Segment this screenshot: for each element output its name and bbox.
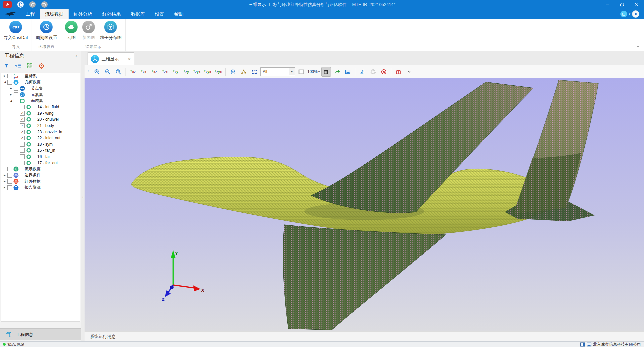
- tree-checkbox[interactable]: [20, 148, 25, 153]
- zoom-window-button[interactable]: [114, 67, 123, 76]
- view-iso-2-button[interactable]: yzyx: [203, 67, 212, 76]
- view-zy-back-button[interactable]: yzy: [182, 67, 191, 76]
- mirror-button[interactable]: [358, 67, 367, 76]
- view-xz-button[interactable]: yxz: [129, 67, 138, 76]
- ribbon-button-clock[interactable]: 周期面设置: [34, 19, 59, 41]
- outline-button[interactable]: [15, 62, 21, 69]
- display-filter-select[interactable]: All▼: [260, 67, 295, 76]
- app-icon[interactable]: [3, 1, 12, 8]
- tree-checkbox[interactable]: [20, 154, 25, 159]
- zoom-in-button[interactable]: [93, 67, 102, 76]
- tree-expander-icon[interactable]: ◢: [3, 81, 7, 84]
- menu-item-2[interactable]: 流场数据: [40, 9, 69, 19]
- tree-item-4[interactable]: ▶元素集: [1, 92, 80, 98]
- tree-item-17[interactable]: ▶边界条件: [1, 172, 80, 179]
- tree-item-3[interactable]: ▶节点集: [1, 85, 80, 92]
- view-iso-3-button[interactable]: yzyx: [214, 67, 223, 76]
- dither-button[interactable]: [297, 67, 306, 76]
- tree-checkbox[interactable]: [20, 105, 25, 109]
- tree-item-7[interactable]: ✓19 - wing: [1, 110, 80, 117]
- tree-item-2[interactable]: ◢几何数据: [1, 79, 80, 86]
- export-view-button[interactable]: [333, 67, 342, 76]
- snapshot-button[interactable]: [343, 67, 352, 76]
- tree-checkbox[interactable]: [14, 86, 18, 91]
- more-options-caret[interactable]: [405, 67, 414, 76]
- combo-arrow-icon[interactable]: ▼: [289, 68, 295, 75]
- theme-caret-icon[interactable]: ▾: [629, 12, 630, 16]
- tree-expander-icon[interactable]: ▶: [9, 93, 13, 96]
- view-xz-back-button[interactable]: yxz: [150, 67, 159, 76]
- menu-item-5[interactable]: 数据库: [126, 9, 150, 19]
- layout-toggle-2-icon[interactable]: [587, 342, 591, 347]
- tree-checkbox[interactable]: [7, 74, 12, 78]
- panel-collapse-button[interactable]: ‹: [76, 53, 77, 58]
- tree-item-13[interactable]: 15 - far_in: [1, 147, 80, 154]
- tree-checkbox[interactable]: [14, 99, 18, 103]
- tree-checkbox[interactable]: ✓: [20, 111, 25, 116]
- panel-bottom-tab[interactable]: 工程信息: [0, 328, 81, 340]
- tree-checkbox[interactable]: ✓: [20, 130, 25, 134]
- maximize-button[interactable]: [615, 0, 629, 9]
- ribbon-collapse-chevron[interactable]: [636, 43, 640, 49]
- tree-expander-icon[interactable]: ▶: [3, 180, 7, 183]
- ribbon-button-cloud[interactable]: 云图: [63, 19, 79, 41]
- tree-expander-icon[interactable]: ◢: [9, 99, 13, 102]
- redo-button[interactable]: [41, 1, 48, 8]
- menu-item-4[interactable]: 红外结果: [97, 9, 126, 19]
- undo-button[interactable]: [29, 1, 36, 8]
- viewport-3d[interactable]: Y X Z: [85, 78, 644, 332]
- close-button[interactable]: [629, 0, 644, 9]
- cancel-button[interactable]: [379, 67, 388, 76]
- tree-checkbox[interactable]: [7, 185, 12, 190]
- tree-checkbox[interactable]: ✓: [20, 123, 25, 128]
- tree-checkbox[interactable]: [7, 80, 12, 85]
- new-doc-button[interactable]: [17, 1, 24, 8]
- theme-button[interactable]: [620, 11, 627, 17]
- tree-item-6[interactable]: 14 - int_fluid: [1, 104, 80, 110]
- tree-item-18[interactable]: ▶红外数据: [1, 178, 80, 185]
- tab-close-icon[interactable]: ✕: [128, 57, 131, 62]
- menu-item-1[interactable]: 工程: [21, 9, 40, 19]
- tree-item-19[interactable]: ▶报告资源: [1, 185, 80, 191]
- view-zy-button[interactable]: yzy: [171, 67, 180, 76]
- tree-item-1[interactable]: ▶YZX坐标系: [1, 73, 80, 79]
- ribbon-button-particles[interactable]: 粒子分布图: [98, 19, 123, 41]
- tree-checkbox[interactable]: [14, 92, 18, 97]
- menu-item-3[interactable]: 红外分析: [69, 9, 97, 19]
- tree-expander-icon[interactable]: ▶: [3, 75, 7, 77]
- sphere-display-button[interactable]: [369, 67, 378, 76]
- tree-item-14[interactable]: 16 - far: [1, 154, 80, 160]
- tree-item-8[interactable]: ✓20 - chuiwei: [1, 116, 80, 123]
- tree-checkbox[interactable]: [7, 179, 12, 184]
- tree-item-10[interactable]: ✓23 - nozzle_in: [1, 129, 80, 135]
- tree-item-9[interactable]: ✓21 - body: [1, 123, 80, 129]
- tab-3d-view[interactable]: 三维显示 ✕: [88, 52, 134, 65]
- tree-item-16[interactable]: 流场数据: [1, 166, 80, 172]
- grid-view-button[interactable]: [26, 62, 33, 69]
- menu-item-6[interactable]: 设置: [150, 9, 169, 19]
- tree-checkbox[interactable]: [7, 167, 12, 171]
- view-zx-back-button[interactable]: yzx: [161, 67, 169, 76]
- tree-expander-icon[interactable]: ▶: [9, 87, 13, 90]
- tree-checkbox[interactable]: [7, 173, 12, 178]
- box-select-button[interactable]: [250, 67, 259, 76]
- help-button[interactable]: [632, 10, 639, 18]
- menu-item-7[interactable]: 帮助: [169, 9, 188, 19]
- zoom-percent-dropdown[interactable]: 100%▾: [307, 69, 320, 74]
- locate-button[interactable]: [38, 62, 45, 69]
- view-zx-button[interactable]: yzx: [139, 67, 148, 76]
- tree-expander-icon[interactable]: ▶: [3, 174, 7, 177]
- tree-item-11[interactable]: ✓22 - inlet_out: [1, 135, 80, 141]
- zoom-out-button[interactable]: [103, 67, 112, 76]
- filter-button[interactable]: [3, 62, 10, 69]
- layout-toggle-1-icon[interactable]: [580, 342, 585, 347]
- viewpoint-button[interactable]: [228, 67, 237, 76]
- tree-checkbox[interactable]: ✓: [20, 136, 25, 140]
- trace-points-button[interactable]: [239, 67, 248, 76]
- tree-expander-icon[interactable]: ▶: [3, 186, 7, 189]
- grid-toggle-button[interactable]: [321, 67, 331, 77]
- tree-checkbox[interactable]: [20, 142, 25, 147]
- view-iso-1-button[interactable]: yzyx: [192, 67, 201, 76]
- tree-checkbox[interactable]: [20, 161, 25, 165]
- tree-item-12[interactable]: 18 - sym: [1, 141, 80, 148]
